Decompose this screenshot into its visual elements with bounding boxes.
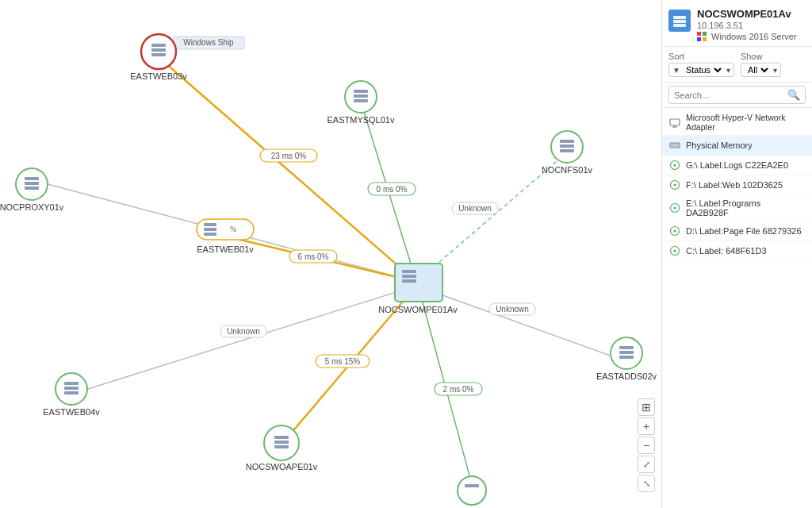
e-drive-label: E:\ Label:Programs DA2B928F xyxy=(686,198,806,217)
disk-icon-f xyxy=(668,179,681,191)
node-nocswoape01v[interactable]: NOCSWOAPE01v xyxy=(246,425,318,471)
node-bottom[interactable] xyxy=(458,476,486,505)
svg-rect-3 xyxy=(151,53,166,56)
show-select-wrapper[interactable]: All ▾ xyxy=(741,63,781,77)
panel-node-name: NOCSWOMPE01Av xyxy=(697,8,806,20)
f-drive-label: F:\ Label:Web 102D3625 xyxy=(686,180,806,190)
svg-rect-14 xyxy=(25,182,39,185)
edge-label-text-5: 2 ms 0% xyxy=(443,385,474,394)
svg-rect-13 xyxy=(25,177,39,180)
show-group: Show All ▾ xyxy=(741,52,781,77)
svg-rect-16 xyxy=(204,223,216,226)
svg-rect-6 xyxy=(354,94,368,98)
svg-rect-40 xyxy=(670,119,680,125)
panel-item-c-drive[interactable]: C:\ Label: 648F61D3 xyxy=(662,241,812,261)
sort-select[interactable]: Status xyxy=(683,64,724,75)
node-label-text-eastweb01v-tag: % xyxy=(230,225,236,233)
show-caret-icon: ▾ xyxy=(773,66,777,75)
disk-icon-g xyxy=(668,159,681,171)
disk-icon-e xyxy=(668,202,681,214)
node-nocnfs01v[interactable]: NOCNFS01v xyxy=(542,131,593,175)
zoom-out-button[interactable]: − xyxy=(638,437,655,454)
svg-rect-2 xyxy=(151,48,166,52)
svg-rect-18 xyxy=(204,233,216,236)
panel-item-f-drive[interactable]: F:\ Label:Web 102D3625 xyxy=(662,175,812,195)
panel-item-e-drive[interactable]: E:\ Label:Programs DA2B928F xyxy=(662,195,812,221)
svg-rect-36 xyxy=(465,484,479,487)
panel-item-g-drive[interactable]: G:\ Label:Logs C22EA2E0 xyxy=(662,156,812,175)
panel-node-os-text: Windows 2016 Server xyxy=(711,32,797,41)
panel-item-physical-memory[interactable]: Physical Memory xyxy=(662,136,812,156)
svg-point-50 xyxy=(674,164,676,167)
svg-rect-22 xyxy=(402,279,416,283)
panel-item-hyper-v[interactable]: Microsoft Hyper-V Network Adapter xyxy=(662,110,812,136)
panel-item-d-drive[interactable]: D:\ Label:Page File 68279326 xyxy=(662,221,812,241)
node-label-eastmysql01v: EASTMYSQL01v xyxy=(327,115,395,125)
d-drive-label: D:\ Label:Page File 68279326 xyxy=(686,226,806,236)
svg-rect-25 xyxy=(619,351,634,354)
g-drive-label: G:\ Label:Logs C22EA2E0 xyxy=(686,160,806,170)
edge-label-text-4: 5 ms 15% xyxy=(325,357,361,366)
node-eastweb01v[interactable]: % EASTWEB01v xyxy=(197,219,254,254)
node-label-eastadds02v: EASTADDS02v xyxy=(596,371,657,381)
network-icon xyxy=(668,116,681,129)
graph-area[interactable]: 23 ms 0% 0 ms 0% 6 ms 0% 5 ms 15% 2 ms 0… xyxy=(0,0,661,508)
panel-header: NOCSWOMPE01Av 10.196.3.51 Windows 2016 S… xyxy=(662,0,812,47)
svg-rect-33 xyxy=(274,441,289,444)
search-input[interactable] xyxy=(674,90,784,100)
edge-eastweb04v xyxy=(75,286,416,393)
panel-node-os: Windows 2016 Server xyxy=(697,32,806,41)
sort-select-wrapper[interactable]: ▼ Status ▾ xyxy=(668,63,734,77)
sort-arrow-icon: ▼ xyxy=(672,66,680,75)
svg-rect-15 xyxy=(25,187,39,190)
show-select[interactable]: All xyxy=(745,64,771,75)
node-eastweb04v[interactable]: EASTWEB04v xyxy=(43,373,100,417)
svg-rect-28 xyxy=(64,382,79,385)
right-panel: NOCSWOMPE01Av 10.196.3.51 Windows 2016 S… xyxy=(661,0,812,508)
tooltip-text: Windows Ship xyxy=(183,38,234,47)
expand-button[interactable]: ⤡ xyxy=(638,475,655,492)
edge-eastadds02v xyxy=(416,286,615,357)
svg-rect-37 xyxy=(673,16,686,19)
hyper-v-label: Microsoft Hyper-V Network Adapter xyxy=(686,113,806,132)
panel-header-info: NOCSWOMPE01Av 10.196.3.51 Windows 2016 S… xyxy=(697,8,806,41)
unknown-label-3: Unknown xyxy=(227,327,260,336)
zoom-in-button[interactable]: + xyxy=(638,418,655,435)
svg-point-52 xyxy=(674,184,676,187)
reset-zoom-button[interactable]: ⊞ xyxy=(638,398,655,416)
panel-items: Microsoft Hyper-V Network Adapter Physic… xyxy=(662,108,812,508)
node-eastmysql01v[interactable]: EASTMYSQL01v xyxy=(327,81,395,125)
physical-memory-label: Physical Memory xyxy=(686,140,806,150)
svg-point-56 xyxy=(674,230,676,233)
node-nocproxy01v[interactable]: NOCPROXY01v xyxy=(0,168,64,212)
svg-rect-5 xyxy=(354,90,368,93)
svg-rect-21 xyxy=(402,275,416,278)
search-icon: 🔍 xyxy=(787,89,800,101)
server-icon xyxy=(672,13,688,29)
node-nocswompe01av[interactable]: NOCSWOMPE01Av xyxy=(378,264,458,314)
node-eastadds02v[interactable]: EASTADDS02v xyxy=(596,337,657,381)
node-label-eastweb01v: EASTWEB01v xyxy=(197,244,254,254)
sort-label: Sort xyxy=(668,52,734,61)
svg-rect-24 xyxy=(619,346,634,349)
node-label-nocproxy01v: NOCPROXY01v xyxy=(0,202,64,212)
svg-rect-17 xyxy=(204,228,216,231)
svg-point-54 xyxy=(674,207,676,210)
panel-controls: Sort ▼ Status ▾ Show All ▾ xyxy=(662,47,812,83)
disk-icon-c xyxy=(668,244,681,257)
svg-rect-38 xyxy=(673,20,686,23)
panel-node-ip: 10.196.3.51 xyxy=(697,21,806,30)
node-label-eastweb03v: EASTWEB03v xyxy=(130,71,187,81)
svg-rect-29 xyxy=(64,387,79,390)
sort-caret-icon: ▾ xyxy=(726,66,730,75)
svg-rect-1 xyxy=(151,44,166,47)
svg-rect-20 xyxy=(402,270,416,273)
windows-icon xyxy=(697,32,707,41)
sort-group: Sort ▼ Status ▾ xyxy=(668,52,734,77)
svg-rect-32 xyxy=(274,436,289,439)
edge-label-text-1: 23 ms 0% xyxy=(271,152,307,160)
unknown-label-2: Unknown xyxy=(496,305,529,314)
fit-view-button[interactable]: ⤢ xyxy=(638,456,655,473)
node-label-eastweb04v: EASTWEB04v xyxy=(43,407,100,417)
edge-label-text-3: 6 ms 0% xyxy=(298,252,329,261)
